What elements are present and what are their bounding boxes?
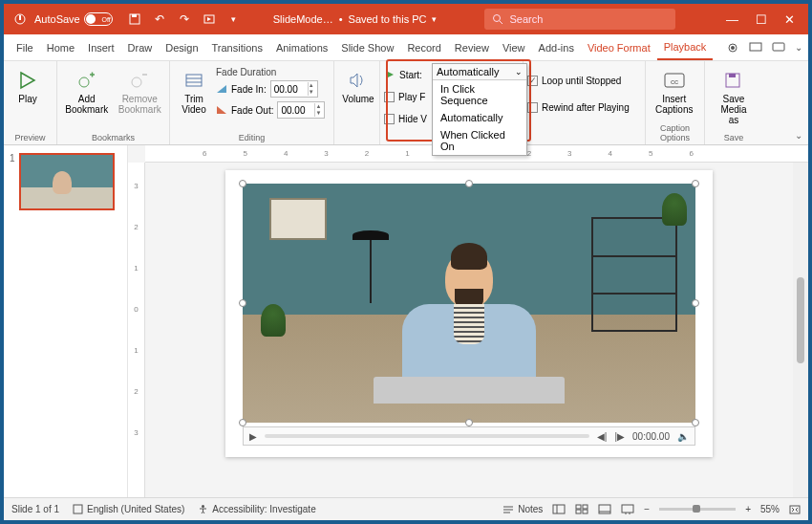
search-icon bbox=[492, 13, 503, 25]
comments-icon[interactable] bbox=[772, 42, 785, 54]
start-option-automatically[interactable]: Automatically bbox=[433, 109, 526, 126]
qat-more-icon[interactable]: ▾ bbox=[224, 9, 245, 30]
zoom-in-button[interactable]: + bbox=[745, 504, 751, 514]
tab-design[interactable]: Design bbox=[159, 34, 204, 60]
start-icon bbox=[384, 69, 395, 80]
rewind-checkbox[interactable] bbox=[527, 102, 538, 113]
camera-icon[interactable] bbox=[726, 42, 739, 54]
tab-playback[interactable]: Playback bbox=[657, 34, 714, 60]
search-input[interactable]: Search bbox=[484, 9, 675, 30]
group-label-save: Save bbox=[709, 131, 759, 144]
svg-point-21 bbox=[202, 505, 204, 508]
tab-record[interactable]: Record bbox=[400, 34, 447, 60]
tab-draw[interactable]: Draw bbox=[121, 34, 160, 60]
loop-checkbox[interactable]: ✓ bbox=[527, 76, 538, 86]
svg-rect-19 bbox=[729, 74, 736, 77]
video-object[interactable] bbox=[243, 184, 695, 423]
slide-area[interactable]: ▶ ◀| |▶ 00:00.00 🔈 bbox=[145, 163, 793, 497]
player-prev-icon[interactable]: ◀| bbox=[597, 431, 608, 442]
view-reading-icon[interactable] bbox=[598, 504, 611, 514]
player-track[interactable] bbox=[265, 434, 589, 438]
tab-file[interactable]: File bbox=[10, 34, 40, 60]
notes-button[interactable]: Notes bbox=[502, 504, 543, 514]
fade-in-input[interactable]: ▲▼ bbox=[270, 80, 318, 98]
volume-button[interactable]: Volume bbox=[338, 67, 378, 106]
zoom-slider[interactable] bbox=[659, 508, 736, 511]
workspace: 1 6543210123456 3210123 bbox=[4, 145, 808, 497]
from-beginning-icon[interactable] bbox=[199, 9, 220, 30]
svg-rect-13 bbox=[186, 75, 202, 86]
resize-handle[interactable] bbox=[239, 299, 246, 307]
document-title[interactable]: SlideMode… • Saved to this PC ▾ bbox=[273, 13, 438, 25]
autosave-label: AutoSave bbox=[34, 13, 80, 25]
tab-insert[interactable]: Insert bbox=[81, 34, 121, 60]
svg-rect-31 bbox=[599, 505, 610, 513]
play-fullscreen-checkbox[interactable] bbox=[384, 92, 395, 102]
player-play-icon[interactable]: ▶ bbox=[249, 431, 257, 442]
svg-rect-36 bbox=[790, 506, 800, 513]
view-sorter-icon[interactable] bbox=[575, 504, 588, 514]
fade-out-input[interactable]: ▲▼ bbox=[277, 101, 325, 119]
autosave-toggle[interactable]: AutoSave Off bbox=[34, 12, 113, 26]
redo-icon[interactable]: ↷ bbox=[174, 9, 195, 30]
svg-rect-10 bbox=[773, 43, 784, 51]
resize-handle[interactable] bbox=[692, 180, 699, 187]
close-button[interactable]: ✕ bbox=[784, 12, 795, 27]
resize-handle[interactable] bbox=[465, 180, 473, 187]
resize-handle[interactable] bbox=[692, 299, 699, 307]
svg-point-11 bbox=[79, 77, 89, 87]
fade-out-label: Fade Out: bbox=[231, 105, 273, 116]
insert-captions-button[interactable]: cc Insert Captions bbox=[650, 67, 698, 117]
start-option-when-clicked[interactable]: When Clicked On bbox=[433, 126, 526, 155]
maximize-button[interactable]: ☐ bbox=[756, 12, 767, 27]
tab-transitions[interactable]: Transitions bbox=[205, 34, 269, 60]
view-slideshow-icon[interactable] bbox=[621, 504, 634, 514]
tab-view[interactable]: View bbox=[496, 34, 532, 60]
save-media-button[interactable]: Save Media as bbox=[709, 67, 759, 127]
undo-icon[interactable]: ↶ bbox=[149, 9, 170, 30]
book-icon bbox=[73, 504, 83, 514]
tab-video-format[interactable]: Video Format bbox=[581, 34, 657, 60]
vertical-scrollbar[interactable] bbox=[793, 163, 808, 497]
zoom-level[interactable]: 55% bbox=[760, 504, 780, 514]
resize-handle[interactable] bbox=[465, 419, 473, 426]
resize-handle[interactable] bbox=[239, 419, 246, 426]
fit-window-icon[interactable] bbox=[789, 505, 801, 514]
present-icon[interactable] bbox=[749, 42, 762, 54]
group-label-editing: Editing bbox=[174, 131, 330, 144]
play-icon bbox=[16, 69, 39, 92]
accessibility-status[interactable]: Accessibility: Investigate bbox=[198, 504, 315, 514]
collapse-ribbon-icon[interactable]: ⌄ bbox=[795, 42, 802, 53]
tab-animations[interactable]: Animations bbox=[269, 34, 334, 60]
resize-handle[interactable] bbox=[239, 180, 246, 187]
minimize-button[interactable]: — bbox=[726, 12, 738, 27]
zoom-out-button[interactable]: − bbox=[644, 504, 650, 514]
tab-slideshow[interactable]: Slide Show bbox=[334, 34, 400, 60]
play-button[interactable]: Play bbox=[8, 67, 48, 106]
save-icon[interactable] bbox=[124, 9, 145, 30]
add-bookmark-button[interactable]: Add Bookmark bbox=[61, 67, 113, 117]
resize-handle[interactable] bbox=[692, 419, 699, 426]
view-normal-icon[interactable] bbox=[552, 504, 566, 514]
svg-rect-20 bbox=[74, 505, 82, 513]
remove-bookmark-button: Remove Bookmark bbox=[115, 67, 166, 117]
player-next-icon[interactable]: |▶ bbox=[614, 431, 625, 442]
hide-checkbox[interactable] bbox=[384, 114, 395, 124]
tab-review[interactable]: Review bbox=[448, 34, 496, 60]
svg-rect-25 bbox=[553, 505, 565, 513]
tab-home[interactable]: Home bbox=[40, 34, 81, 60]
slide-counter[interactable]: Slide 1 of 1 bbox=[11, 504, 59, 514]
app-window: AutoSave Off ↶ ↷ ▾ SlideMode… • Saved to… bbox=[4, 4, 808, 520]
ribbon-options-icon[interactable]: ⌄ bbox=[795, 130, 802, 141]
start-dropdown-selected[interactable]: Automatically ⌄ bbox=[433, 64, 526, 80]
trim-video-button[interactable]: Trim Video bbox=[174, 67, 214, 117]
slide-thumbnails-panel: 1 bbox=[4, 145, 128, 497]
start-dropdown[interactable]: Automatically ⌄ In Click Sequence Automa… bbox=[432, 63, 527, 156]
tab-addins[interactable]: Add-ins bbox=[532, 34, 581, 60]
player-volume-icon[interactable]: 🔈 bbox=[677, 431, 689, 442]
fade-in-label: Fade In: bbox=[231, 84, 267, 95]
language-status[interactable]: English (United States) bbox=[73, 504, 184, 514]
app-menu-icon[interactable] bbox=[10, 9, 31, 30]
slide-thumbnail-1[interactable] bbox=[19, 153, 115, 210]
start-option-in-click[interactable]: In Click Sequence bbox=[433, 80, 526, 109]
